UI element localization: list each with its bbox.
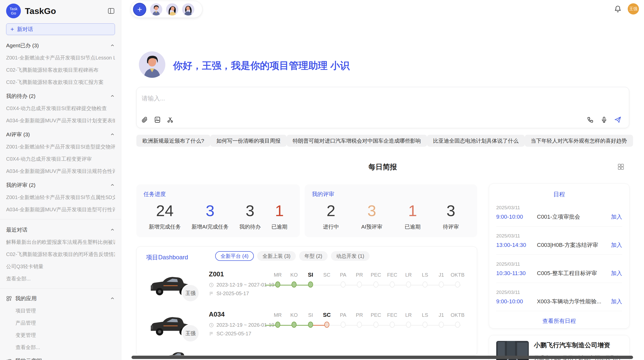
sidebar-item[interactable]: C0X4-动力总成开发项目工程变更评审	[6, 156, 115, 162]
logo-text-bottom: Go	[11, 11, 16, 15]
agent-avatar-2[interactable]	[166, 3, 178, 16]
image-icon[interactable]	[154, 116, 161, 123]
sidebar-item[interactable]: C0X4-动力总成开发项目SI里程碑提交物检查	[6, 105, 115, 112]
stat-value: 3	[239, 202, 261, 220]
stat: 1已逾期	[405, 202, 421, 230]
event-title: X003-车辆动力学性能验...	[537, 298, 611, 305]
sidebar-item[interactable]: Z001-全新燃油轻卡产品开发项目SI造型提交物评审	[6, 143, 115, 150]
project-row[interactable]: 王强 A034 2023-12-19 ~ 2026-01-19 SC-2025-…	[137, 307, 477, 348]
chevron-up-icon[interactable]	[110, 183, 115, 188]
suggestion-chip[interactable]: 如何写一份清晰的项目周报	[210, 135, 287, 147]
sidebar-collapse-icon[interactable]	[107, 7, 115, 15]
chevron-up-icon[interactable]	[110, 132, 115, 137]
milestone-node	[357, 322, 362, 328]
join-button[interactable]: 加入	[611, 213, 622, 221]
sidebar-item-product-mgmt[interactable]: 产品管理	[16, 320, 115, 326]
section-header-recent-chats[interactable]: 最近对话	[6, 226, 115, 233]
milestone-node	[275, 322, 280, 328]
milestone-node	[422, 322, 428, 328]
milestone-node	[291, 322, 297, 328]
section-title: Agent已办 (3)	[6, 42, 110, 49]
agent-avatar-3[interactable]	[182, 3, 194, 16]
chevron-up-icon[interactable]	[110, 94, 115, 99]
horizontal-scrollbar[interactable]	[131, 356, 633, 359]
sidebar-item-project-mgmt[interactable]: 项目管理	[16, 307, 115, 314]
milestone-node	[357, 281, 362, 288]
stat-value: 1	[405, 202, 421, 220]
project-row-partial	[137, 348, 477, 356]
schedule-title: 日程	[496, 190, 622, 198]
sidebar-item-my-apps[interactable]: 我的应用	[6, 295, 115, 302]
sidebar-item[interactable]: Z001-全新燃油皮卡产品开发项目SI节点Lesson Learn报告	[6, 54, 115, 61]
sidebar-item[interactable]: A034-全新新能源MUV产品开发项目法规符合性评审	[6, 168, 115, 175]
new-chat-button[interactable]: + 新对话	[6, 23, 115, 35]
agent-avatar-1[interactable]	[150, 3, 162, 16]
event-time: 9:00-10:00	[496, 298, 537, 305]
chevron-up-icon[interactable]	[110, 296, 115, 301]
schedule-event: 2025/03/11 10:30-11:30 C005-整车工程目标评审 加入	[496, 261, 622, 283]
chevron-up-icon[interactable]	[110, 43, 115, 48]
event-time: 9:00-10:00	[496, 214, 537, 220]
suggestion-chip[interactable]: 欧洲新规最近颁布了什么?	[136, 135, 210, 147]
mic-icon[interactable]	[601, 116, 608, 123]
sidebar-item[interactable]: C02-飞腾新能源轻客改款项目的闭环通告反馈情况	[6, 251, 115, 258]
tab-upfit[interactable]: 全新上装 (3)	[257, 251, 296, 261]
suggestion-chip[interactable]: 当下年轻人对汽车外观有怎样的喜好趋势	[525, 135, 633, 147]
sidebar-item[interactable]: C02-飞腾新能源轻客改款项目立项汇报方案	[6, 79, 115, 86]
sidebar-item[interactable]: 解释最新出台的欧盟报废车法规再生塑料比例被调至15%...	[6, 239, 115, 246]
agent-avatar-group: +	[130, 1, 202, 18]
section-header-my-todo[interactable]: 我的待办 (2)	[6, 93, 115, 100]
stat-label: 新增AI完成任务	[192, 223, 229, 230]
scissors-icon[interactable]	[167, 116, 174, 123]
phone-icon[interactable]	[587, 116, 594, 123]
dashboard-tabs: 全新平台 (4) 全新上装 (3) 年型 (2) 动总开发 (1)	[215, 251, 370, 261]
attachment-icon[interactable]	[141, 116, 148, 123]
sidebar-item[interactable]: C02-飞腾新能源轻客改款项目里程碑画布	[6, 67, 115, 73]
stat: 3待评审	[443, 202, 459, 230]
section-header-agent-done[interactable]: Agent已办 (3)	[6, 42, 115, 49]
project-code: Z001	[209, 270, 224, 278]
stat-value: 3	[443, 202, 459, 220]
user-avatar[interactable]: 王强	[628, 3, 639, 14]
project-row[interactable]: 王强 Z001 2023-12-19 ~ 2027-01-19 SI-2025-…	[137, 267, 477, 307]
milestone-node	[308, 322, 313, 328]
add-agent-button[interactable]: +	[133, 3, 146, 16]
notification-bell-icon[interactable]	[614, 5, 622, 13]
section-header-ai-review[interactable]: AI评审 (3)	[6, 131, 115, 138]
sidebar-item[interactable]: Z001-全新燃油轻卡产品开发项目SI节点属性5D文件评审	[6, 194, 115, 201]
event-title: C001-立项审批会	[537, 213, 611, 221]
tab-model-year[interactable]: 年型 (2)	[299, 251, 328, 261]
stat-value: 3	[192, 202, 229, 220]
composer-right-icons	[587, 116, 621, 123]
project-dashboard-card: 项目Dashboard 全新平台 (4) 全新上装 (3) 年型 (2) 动总开…	[136, 246, 477, 356]
section-header-my-review[interactable]: 我的评审 (2)	[6, 182, 115, 189]
sidebar-item[interactable]: 公司Q3轻卡销量	[6, 263, 115, 270]
suggestion-chip[interactable]: 特朗普可能对进口汽车增税会对中国车企造成哪些影响	[287, 135, 427, 147]
join-button[interactable]: 加入	[611, 269, 622, 277]
stat-label: 我的待办	[239, 223, 261, 230]
layout-grid-icon[interactable]	[617, 163, 624, 170]
greeting-text: 你好，王强，我是你的项目管理助理 小识	[173, 59, 350, 72]
stat-label: 进行中	[323, 223, 339, 230]
tab-platform[interactable]: 全新平台 (4)	[215, 251, 254, 261]
tab-powertrain[interactable]: 动总开发 (1)	[331, 251, 370, 261]
send-icon[interactable]	[614, 116, 621, 123]
chevron-up-icon[interactable]	[110, 227, 115, 232]
milestone-node	[455, 322, 460, 328]
view-all-schedule-link[interactable]: 查看所有日程	[496, 317, 622, 325]
schedule-event: 2025/03/11 9:00-10:00 C001-立项审批会 加入	[496, 205, 622, 227]
event-date: 2025/03/11	[496, 205, 622, 211]
chat-input[interactable]	[141, 93, 446, 104]
sidebar-item-view-all-apps[interactable]: 查看全部...	[16, 344, 115, 351]
sidebar-item-cloud-space[interactable]: 我的云空间	[6, 357, 115, 360]
suggestion-chip[interactable]: 比亚迪全固态电池计划具体说了什么	[427, 135, 525, 147]
sidebar-item[interactable]: A034-全新新能源MUV产品开发项目造型可行性评审	[6, 206, 115, 213]
join-button[interactable]: 加入	[611, 298, 622, 305]
sidebar-item-view-all[interactable]: 查看全部...	[6, 275, 115, 282]
sidebar-item[interactable]: A034-全新新能源MUV产品开发项目计划变更表编写	[6, 117, 115, 124]
sidebar-item-change-mgmt[interactable]: 变更管理	[16, 332, 115, 339]
join-button[interactable]: 加入	[611, 241, 622, 249]
task-progress-card: 任务进度 24新增完成任务 3新增AI完成任务 3我的待办 1已逾期	[136, 184, 300, 237]
milestone-node	[291, 281, 297, 288]
milestone-node	[439, 322, 444, 328]
